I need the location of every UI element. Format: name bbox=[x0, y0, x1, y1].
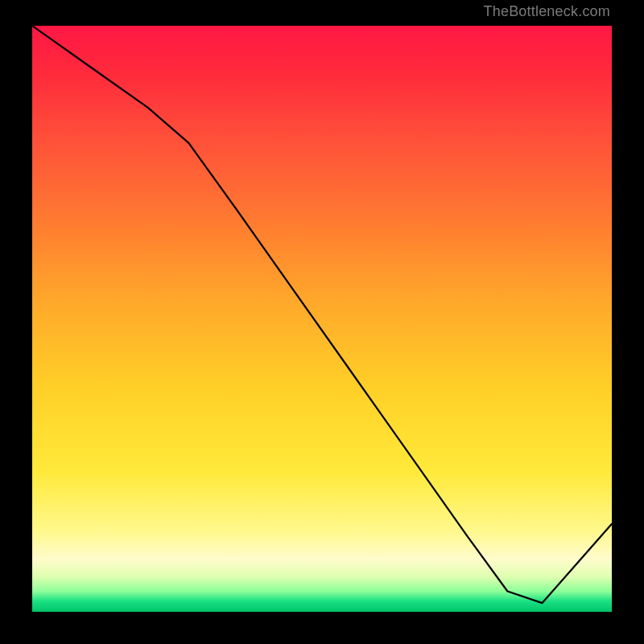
chart-frame: TheBottleneck.com bbox=[0, 0, 644, 644]
watermark-text: TheBottleneck.com bbox=[484, 3, 610, 20]
line-curve bbox=[32, 26, 612, 612]
plot-area bbox=[32, 26, 612, 612]
bottleneck-curve-path bbox=[32, 26, 612, 603]
